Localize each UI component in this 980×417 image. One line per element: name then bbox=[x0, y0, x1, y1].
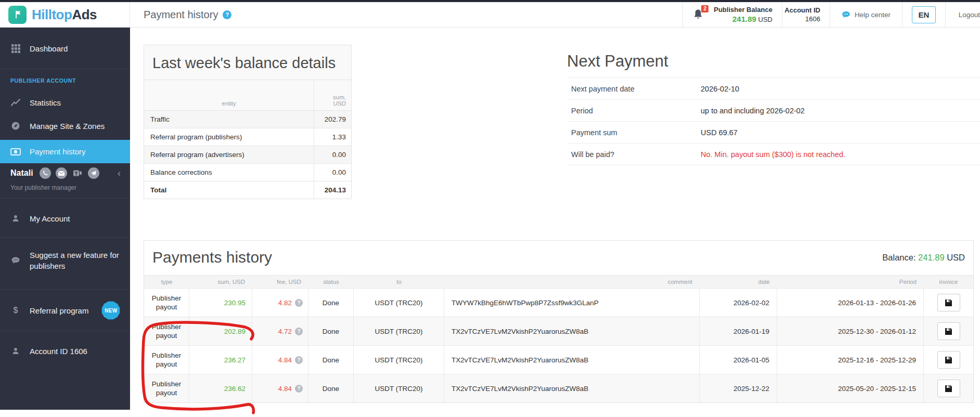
entity-cell: Traffic bbox=[144, 111, 314, 128]
help-chat-icon bbox=[842, 10, 850, 19]
fee-help-icon[interactable] bbox=[295, 299, 303, 307]
floppy-disk-icon bbox=[944, 356, 953, 364]
wallet-address-cell: TX2vTCzVE7LvM2VkishP2YuarorusZW8aB bbox=[444, 374, 700, 402]
table-row: Period up to and including 2026-02-02 bbox=[567, 100, 980, 122]
entity-cell: Referral program (advertisers) bbox=[144, 146, 314, 163]
type-cell: Publisher payout bbox=[144, 346, 189, 374]
topbar-right: 2 Publisher Balance 241.89 USD Account I… bbox=[682, 2, 980, 27]
row-value: USD 69.67 bbox=[701, 128, 980, 137]
telegram-icon[interactable] bbox=[88, 167, 99, 179]
download-invoice-button[interactable] bbox=[937, 322, 960, 340]
logo-text: HilltopAds bbox=[32, 7, 97, 23]
total-label: Total bbox=[144, 181, 314, 199]
logout-button[interactable]: Logout bbox=[945, 2, 980, 27]
fee-cell: 4.72 bbox=[252, 317, 308, 345]
table-row: Will be paid? No. Min. payout sum ($300)… bbox=[567, 144, 980, 165]
sum-cell: 236.62 bbox=[189, 374, 252, 402]
table-row: Payment sum USD 69.67 bbox=[567, 122, 980, 144]
sidebar-item-my-account[interactable]: My Account bbox=[0, 205, 130, 231]
type-cell: Publisher payout bbox=[144, 374, 189, 402]
date-cell: 2026-01-19 bbox=[700, 317, 777, 345]
total-value: 204.13 bbox=[314, 181, 351, 199]
payments-history-title: Payments history bbox=[152, 249, 272, 266]
next-payment-section: Next Payment Next payment date 2026-02-1… bbox=[567, 52, 980, 165]
download-invoice-button[interactable] bbox=[937, 351, 960, 369]
sum-cell: 1.33 bbox=[314, 128, 351, 146]
row-value: 2026-02-10 bbox=[701, 85, 980, 93]
sidebar-item-label: Statistics bbox=[30, 98, 61, 107]
notifications-bell[interactable]: 2 bbox=[691, 8, 705, 21]
sidebar-item-dashboard[interactable]: Dashboard bbox=[0, 35, 130, 61]
payment-row: Publisher payout 236.62 4.84 Done USDT (… bbox=[144, 374, 973, 402]
column-header-type: type bbox=[144, 279, 189, 285]
balance-summary: Balance: 241.89 USD bbox=[882, 253, 965, 263]
to-cell: USDT (TRC20) bbox=[354, 317, 444, 345]
logout-label: Logout bbox=[959, 11, 980, 19]
column-header-entity: entity bbox=[144, 80, 314, 110]
entity-cell: Referral program (publishers) bbox=[144, 128, 314, 146]
email-icon[interactable] bbox=[56, 167, 67, 179]
period-cell: 2025-05-20 - 2025-12-15 bbox=[777, 374, 924, 402]
next-payment-title: Next Payment bbox=[567, 52, 980, 71]
language-button[interactable]: EN bbox=[912, 6, 936, 23]
logo[interactable]: HilltopAds bbox=[0, 2, 130, 27]
table-row: Referral program (advertisers) 0.00 bbox=[144, 146, 351, 163]
sidebar-item-account-id[interactable]: Account ID 1606 bbox=[0, 338, 130, 364]
entity-cell: Balance corrections bbox=[144, 164, 314, 181]
to-cell: USDT (TRC20) bbox=[354, 346, 444, 374]
to-cell: USDT (TRC20) bbox=[354, 374, 444, 402]
sidebar-item-label: Suggest a new feature for publishers bbox=[30, 250, 123, 271]
table-row: Next payment date 2026-02-10 bbox=[567, 78, 980, 100]
help-center-link[interactable]: Help center bbox=[830, 2, 902, 27]
date-cell: 2025-12-22 bbox=[700, 374, 777, 402]
account-id-value: 1606 bbox=[805, 15, 820, 23]
page-help-icon[interactable] bbox=[223, 10, 231, 19]
sidebar-item-label: Payment history bbox=[30, 147, 86, 156]
date-cell: 2026-02-02 bbox=[700, 289, 777, 317]
sidebar-divider bbox=[0, 289, 130, 290]
wallet-address-cell: TX2vTCzVE7LvM2VkishP2YuarorusZW8aB bbox=[444, 317, 700, 345]
wallet-address-cell: TX2vTCzVE7LvM2VkishP2YuarorusZW8aB bbox=[444, 346, 700, 374]
statistics-chart-icon bbox=[10, 98, 21, 107]
floppy-disk-icon bbox=[944, 384, 953, 393]
row-label: Payment sum bbox=[567, 128, 701, 137]
publisher-balance-value: 241.89 USD bbox=[713, 15, 772, 23]
sidebar-divider bbox=[0, 198, 130, 199]
teams-icon[interactable] bbox=[72, 167, 83, 179]
row-label: Next payment date bbox=[567, 85, 701, 93]
publisher-manager-card: Natali Your publisher manager bbox=[0, 161, 130, 191]
date-cell: 2026-01-05 bbox=[700, 346, 777, 374]
sidebar-item-suggest-feature[interactable]: Suggest a new feature for publishers bbox=[0, 241, 130, 280]
sum-cell: 230.95 bbox=[189, 289, 252, 317]
column-header-date: date bbox=[700, 279, 777, 285]
download-invoice-button[interactable] bbox=[937, 294, 960, 311]
download-invoice-button[interactable] bbox=[937, 380, 960, 397]
table-row: Referral program (publishers) 1.33 bbox=[144, 128, 351, 146]
sidebar-item-payment-history[interactable]: Payment history bbox=[0, 140, 130, 163]
sidebar-item-statistics[interactable]: Statistics bbox=[0, 89, 130, 115]
sidebar-item-manage-sites[interactable]: Manage Site & Zones bbox=[0, 113, 130, 139]
sidebar-divider bbox=[0, 331, 130, 331]
sidebar-divider bbox=[0, 69, 130, 69]
sidebar-item-label: Account ID 1606 bbox=[30, 347, 87, 356]
fee-help-icon[interactable] bbox=[295, 385, 303, 393]
whatsapp-icon[interactable] bbox=[40, 167, 51, 179]
fee-help-icon[interactable] bbox=[295, 328, 303, 335]
help-center-label: Help center bbox=[855, 11, 891, 19]
balance-panel-title: Last week's balance details bbox=[144, 45, 351, 80]
period-cell: 2026-01-13 - 2026-01-26 bbox=[777, 289, 924, 317]
balance-table-header: entity sum, USD bbox=[144, 80, 351, 110]
to-cell: USDT (TRC20) bbox=[354, 289, 444, 317]
manager-subtitle: Your publisher manager bbox=[10, 184, 123, 191]
fee-help-icon[interactable] bbox=[295, 356, 303, 364]
fee-cell: 4.84 bbox=[252, 346, 308, 374]
column-header-invoice: invoice bbox=[924, 279, 973, 285]
payment-row: Publisher payout 230.95 4.82 Done USDT (… bbox=[144, 288, 973, 317]
payments-table-header: type sum, USD fee, USD status to comment… bbox=[144, 275, 973, 288]
collapse-chevron-icon[interactable] bbox=[118, 167, 123, 179]
sum-cell: 202.79 bbox=[314, 111, 351, 128]
balance-details-panel: Last week's balance details entity sum, … bbox=[144, 45, 352, 199]
publisher-balance: Publisher Balance 241.89 USD bbox=[713, 6, 772, 23]
sidebar-item-referral-program[interactable]: Referral program NEW bbox=[0, 297, 130, 323]
type-cell: Publisher payout bbox=[144, 317, 189, 345]
